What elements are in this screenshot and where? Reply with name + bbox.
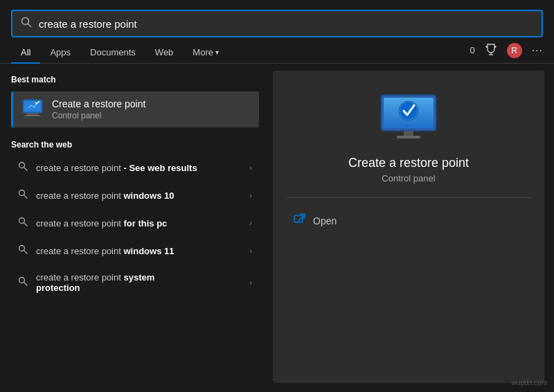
search-web-title: Search the web: [11, 140, 259, 150]
app-icon-large: [377, 91, 440, 143]
web-search-icon-1: [18, 189, 28, 202]
header-right: 0 R ···: [470, 43, 543, 62]
svg-point-17: [19, 278, 25, 283]
web-search-icon-2: [18, 217, 28, 229]
arrow-icon-3: ›: [249, 247, 252, 255]
web-search-icon-4: [18, 276, 28, 289]
svg-line-14: [24, 223, 27, 226]
divider: [287, 197, 530, 198]
best-match-icon: [21, 98, 44, 121]
web-result-1[interactable]: create a restore point windows 10 ›: [11, 181, 259, 209]
svg-rect-25: [397, 136, 420, 139]
tabs-bar: All Apps Documents Web More ▾ 0 R ···: [0, 37, 554, 64]
web-search-icon-3: [18, 244, 28, 257]
svg-point-11: [19, 190, 25, 196]
best-match-text: Create a restore point Control panel: [52, 98, 145, 121]
arrow-icon-4: ›: [249, 278, 252, 287]
best-match-item-title: Create a restore point: [52, 98, 145, 109]
svg-rect-6: [25, 115, 40, 116]
right-panel-app-category: Control panel: [382, 173, 435, 184]
right-panel: Create a restore point Control panel Ope…: [273, 71, 544, 383]
svg-rect-5: [27, 113, 38, 115]
arrow-icon-2: ›: [249, 219, 252, 227]
web-result-text-4: create a restore point systemprotection: [36, 272, 241, 293]
search-web-section: Search the web create a restore point - …: [11, 140, 259, 301]
svg-line-1: [28, 24, 31, 27]
web-result-0[interactable]: create a restore point - See web results…: [11, 154, 259, 181]
web-result-text-1: create a restore point windows 10: [36, 190, 241, 201]
svg-point-9: [19, 163, 25, 168]
svg-line-18: [24, 283, 27, 285]
svg-point-13: [19, 218, 25, 224]
right-panel-app-title: Create a restore point: [348, 156, 469, 170]
tab-more[interactable]: More ▾: [183, 42, 229, 63]
best-match-item[interactable]: Create a restore point Control panel: [11, 91, 259, 127]
tab-apps[interactable]: Apps: [40, 42, 80, 63]
notification-count[interactable]: 0: [470, 45, 474, 55]
arrow-icon-0: ›: [249, 163, 252, 172]
web-search-icon-0: [18, 161, 28, 174]
svg-point-15: [19, 246, 25, 251]
svg-rect-24: [404, 131, 413, 136]
tab-all[interactable]: All: [11, 42, 40, 63]
web-result-text-3: create a restore point windows 11: [36, 246, 241, 256]
tab-documents[interactable]: Documents: [80, 42, 145, 63]
web-result-text-0: create a restore point - See web results: [36, 163, 241, 173]
svg-line-10: [24, 168, 27, 170]
ellipsis-menu[interactable]: ···: [532, 44, 543, 57]
trophy-icon: [485, 43, 497, 57]
left-panel: Best match Create a restore point Contro…: [0, 64, 270, 390]
web-result-4[interactable]: create a restore point systemprotection …: [11, 265, 259, 301]
best-match-title: Best match: [11, 75, 259, 84]
open-action[interactable]: Open: [287, 209, 530, 233]
watermark: wupdn.com: [512, 379, 547, 386]
open-label: Open: [313, 215, 337, 226]
best-match-item-subtitle: Control panel: [52, 111, 145, 121]
user-avatar[interactable]: R: [507, 43, 522, 58]
tab-web[interactable]: Web: [145, 42, 184, 63]
open-icon: [294, 213, 306, 229]
web-result-text-2: create a restore point for this pc: [36, 218, 241, 229]
search-input[interactable]: [39, 18, 533, 30]
chevron-down-icon: ▾: [215, 48, 219, 56]
svg-line-12: [24, 195, 27, 198]
search-icon: [21, 17, 32, 30]
svg-line-16: [24, 251, 27, 253]
arrow-icon-1: ›: [249, 191, 252, 199]
search-bar: [11, 10, 543, 37]
main-content: Best match Create a restore point Contro…: [0, 64, 554, 390]
web-result-3[interactable]: create a restore point windows 11 ›: [11, 237, 259, 265]
web-result-2[interactable]: create a restore point for this pc ›: [11, 209, 259, 237]
